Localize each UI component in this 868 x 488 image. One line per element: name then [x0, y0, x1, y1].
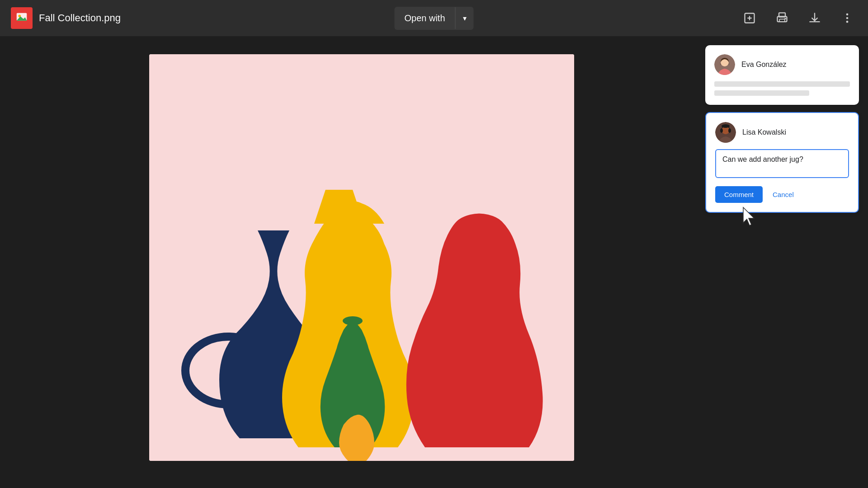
- print-icon: [776, 12, 788, 24]
- more-options-button[interactable]: [837, 8, 857, 28]
- comment-lines-eva: [714, 81, 850, 96]
- illustration-svg: [149, 54, 574, 461]
- app-logo: [11, 7, 33, 29]
- add-to-drive-icon: [743, 12, 756, 24]
- print-button[interactable]: [772, 8, 792, 28]
- svg-point-21: [720, 128, 723, 133]
- download-icon: [808, 12, 821, 24]
- comment-actions-lisa: Comment Cancel: [715, 186, 849, 203]
- toolbar-center: Open with ▾: [394, 7, 473, 30]
- comment-button[interactable]: Comment: [715, 186, 763, 203]
- file-name: Fall Collection.png: [39, 12, 121, 24]
- comment-input-lisa[interactable]: [715, 149, 849, 178]
- svg-point-23: [722, 124, 730, 128]
- comment-card-lisa: Lisa Kowalski Comment Cancel: [705, 112, 859, 213]
- commenter-name-eva: Eva González: [741, 61, 787, 69]
- image-canvas: [149, 54, 574, 461]
- add-to-drive-button[interactable]: [740, 8, 760, 28]
- download-button[interactable]: [805, 8, 825, 28]
- comment-header-lisa: Lisa Kowalski: [715, 122, 849, 143]
- avatar-lisa-svg: [715, 122, 736, 143]
- commenter-name-lisa: Lisa Kowalski: [742, 128, 786, 136]
- main-area: Eva González: [0, 36, 868, 488]
- toolbar-right: [740, 8, 857, 28]
- comment-header-eva: Eva González: [714, 54, 850, 75]
- cancel-button[interactable]: Cancel: [769, 186, 797, 203]
- svg-point-16: [343, 316, 363, 325]
- logo-svg: [15, 11, 28, 25]
- avatar-eva-svg: [714, 54, 735, 75]
- comment-line: [714, 81, 850, 87]
- image-viewer: [0, 36, 696, 488]
- svg-point-11: [846, 14, 849, 16]
- toolbar: Fall Collection.png Open with ▾: [0, 0, 868, 36]
- avatar-eva: [714, 54, 735, 75]
- open-with-label: Open with: [394, 7, 455, 30]
- comment-card-eva: Eva González: [705, 45, 859, 105]
- comment-line: [714, 90, 809, 96]
- svg-point-10: [784, 18, 786, 19]
- svg-point-13: [846, 21, 849, 23]
- toolbar-left: Fall Collection.png: [11, 7, 121, 29]
- more-options-icon: [841, 12, 854, 24]
- svg-point-22: [728, 128, 731, 133]
- chevron-down-icon: ▾: [456, 8, 474, 29]
- svg-point-12: [846, 17, 849, 19]
- comments-panel: Eva González: [696, 36, 868, 488]
- open-with-button[interactable]: Open with ▾: [394, 7, 473, 30]
- avatar-lisa: [715, 122, 736, 143]
